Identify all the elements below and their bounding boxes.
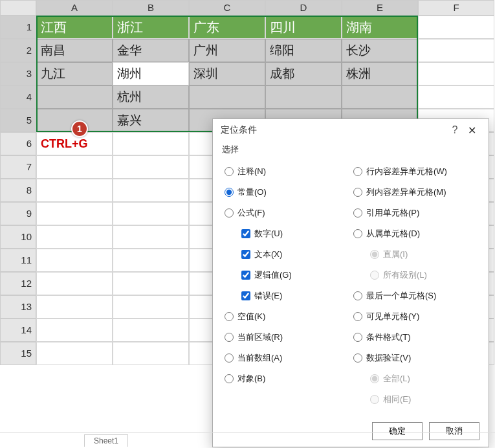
row-header[interactable]: 8: [0, 179, 36, 202]
cell[interactable]: [113, 295, 189, 319]
radio-objects[interactable]: 对象(B): [225, 369, 353, 388]
row-header[interactable]: 11: [0, 249, 36, 272]
cell[interactable]: [418, 85, 494, 109]
radio-row-diff[interactable]: 行内容差异单元格(W): [353, 162, 482, 181]
col-header-a[interactable]: A: [36, 0, 113, 16]
cell[interactable]: [418, 16, 494, 39]
cell[interactable]: [418, 39, 494, 62]
radio-constants[interactable]: 常量(O): [225, 183, 353, 202]
cell[interactable]: 四川: [265, 16, 342, 39]
cell[interactable]: [113, 342, 189, 365]
cell[interactable]: [36, 225, 113, 249]
cell[interactable]: [113, 202, 189, 225]
checkbox-text[interactable]: 文本(X): [225, 245, 353, 264]
row-header[interactable]: 2: [0, 39, 36, 62]
cell[interactable]: [36, 342, 113, 365]
left-column: 注释(N) 常量(O) 公式(F) 数字(U) 文本(X) 逻辑值(G) 错误(…: [225, 162, 353, 409]
cell[interactable]: [113, 179, 189, 202]
radio-comments[interactable]: 注释(N): [225, 162, 353, 181]
cell[interactable]: 嘉兴: [113, 109, 189, 132]
select-all-corner[interactable]: [0, 0, 36, 16]
dialog-titlebar[interactable]: 定位条件 ? ✕: [213, 119, 489, 141]
radio-blanks[interactable]: 空值(K): [225, 307, 353, 326]
row-header[interactable]: 4: [0, 85, 36, 109]
radio-all-levels: 所有级别(L): [353, 265, 482, 285]
cell[interactable]: [36, 202, 113, 225]
cell[interactable]: [113, 225, 189, 249]
radio-last-cell[interactable]: 最后一个单元格(S): [353, 286, 482, 306]
col-header-d[interactable]: D: [265, 0, 342, 16]
cell[interactable]: [342, 85, 418, 109]
cell[interactable]: [113, 155, 189, 179]
col-header-c[interactable]: C: [189, 0, 265, 16]
cell[interactable]: 广东: [189, 16, 265, 39]
cell[interactable]: [36, 85, 113, 109]
row-header[interactable]: 10: [0, 225, 36, 249]
radio-current-array[interactable]: 当前数组(A): [225, 348, 353, 368]
help-button[interactable]: ?: [447, 124, 463, 136]
cell[interactable]: 成都: [265, 62, 342, 85]
cell-active[interactable]: 湖州: [113, 62, 189, 85]
radio-col-diff[interactable]: 列内容差异单元格(M): [353, 183, 482, 202]
cell[interactable]: 浙江: [113, 16, 189, 39]
cell[interactable]: [36, 179, 113, 202]
checkbox-numbers[interactable]: 数字(U): [225, 224, 353, 243]
row-header[interactable]: 7: [0, 155, 36, 179]
cell[interactable]: [189, 85, 265, 109]
cell[interactable]: [36, 155, 113, 179]
radio-all: 全部(L): [353, 369, 482, 388]
cell[interactable]: [113, 249, 189, 272]
cell[interactable]: [418, 62, 494, 85]
row-header[interactable]: 9: [0, 202, 36, 225]
cell[interactable]: 深圳: [189, 62, 265, 85]
cell[interactable]: 株洲: [342, 62, 418, 85]
cell[interactable]: 九江: [36, 62, 113, 85]
cell[interactable]: [113, 272, 189, 295]
row-header[interactable]: 6: [0, 132, 36, 155]
right-column: 行内容差异单元格(W) 列内容差异单元格(M) 引用单元格(P) 从属单元格(D…: [353, 162, 482, 409]
row-header[interactable]: 1: [0, 16, 36, 39]
radio-dependents[interactable]: 从属单元格(D): [353, 224, 482, 243]
annotation-marker-1: 1: [71, 120, 88, 137]
sheet-tab[interactable]: Sheet1: [84, 434, 128, 447]
dialog-section-label: 选择: [213, 141, 489, 158]
radio-conditional-format[interactable]: 条件格式(T): [353, 328, 482, 347]
col-header-b[interactable]: B: [113, 0, 189, 16]
cell[interactable]: [36, 319, 113, 342]
column-headers: A B C D E F: [0, 0, 495, 16]
col-header-f[interactable]: F: [418, 0, 494, 16]
cell[interactable]: 长沙: [342, 39, 418, 62]
radio-data-validation[interactable]: 数据验证(V): [353, 348, 482, 368]
row-header[interactable]: 12: [0, 272, 36, 295]
cell[interactable]: 广州: [189, 39, 265, 62]
row-header[interactable]: 14: [0, 319, 36, 342]
radio-direct: 直属(I): [353, 245, 482, 264]
col-header-e[interactable]: E: [342, 0, 418, 16]
cell[interactable]: [36, 272, 113, 295]
cell[interactable]: [36, 249, 113, 272]
dialog-title: 定位条件: [221, 124, 447, 136]
cell[interactable]: [113, 319, 189, 342]
radio-formulas[interactable]: 公式(F): [225, 203, 353, 223]
cell[interactable]: 湖南: [342, 16, 418, 39]
checkbox-logical[interactable]: 逻辑值(G): [225, 265, 353, 285]
cell[interactable]: [113, 132, 189, 155]
row-header[interactable]: 15: [0, 342, 36, 365]
cell[interactable]: 杭州: [113, 85, 189, 109]
checkbox-errors[interactable]: 错误(E): [225, 286, 353, 306]
row-header[interactable]: 13: [0, 295, 36, 319]
radio-current-region[interactable]: 当前区域(R): [225, 328, 353, 347]
cell[interactable]: 绵阳: [265, 39, 342, 62]
cell[interactable]: 金华: [113, 39, 189, 62]
cell[interactable]: 江西: [36, 16, 113, 39]
cell[interactable]: [36, 295, 113, 319]
row-header[interactable]: 3: [0, 62, 36, 85]
goto-special-dialog: 定位条件 ? ✕ 选择 注释(N) 常量(O) 公式(F) 数字(U) 文本(X…: [212, 118, 489, 447]
close-button[interactable]: ✕: [463, 124, 481, 137]
radio-precedents[interactable]: 引用单元格(P): [353, 203, 482, 223]
radio-same: 相同(E): [353, 390, 482, 409]
row-header[interactable]: 5: [0, 109, 36, 132]
cell[interactable]: 南昌: [36, 39, 113, 62]
cell[interactable]: [265, 85, 342, 109]
radio-visible-cells[interactable]: 可见单元格(Y): [353, 307, 482, 326]
